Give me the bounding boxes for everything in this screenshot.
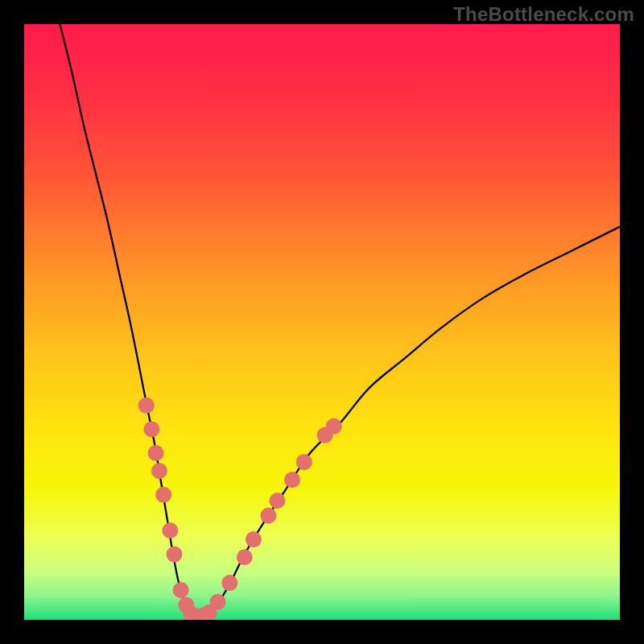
marker-dot (296, 454, 312, 470)
marker-dot (326, 419, 342, 435)
marker-dot (246, 531, 262, 547)
marker-dot (166, 547, 182, 563)
marker-dot (155, 487, 171, 503)
marker-dot (148, 445, 164, 461)
watermark-text: TheBottleneck.com (453, 3, 634, 26)
bottleneck-chart (24, 24, 620, 620)
marker-dot (237, 549, 253, 565)
marker-dot (270, 493, 286, 509)
chart-frame: TheBottleneck.com (0, 0, 644, 644)
plot-area (24, 24, 620, 620)
gradient-background (24, 24, 620, 620)
marker-dot (138, 398, 155, 414)
marker-dot (162, 522, 178, 539)
marker-dot (143, 421, 159, 437)
marker-dot (151, 463, 167, 479)
marker-dot (284, 472, 300, 488)
marker-dot (210, 594, 226, 610)
marker-dot (260, 508, 276, 524)
marker-dot (173, 582, 189, 598)
marker-dot (221, 575, 237, 591)
